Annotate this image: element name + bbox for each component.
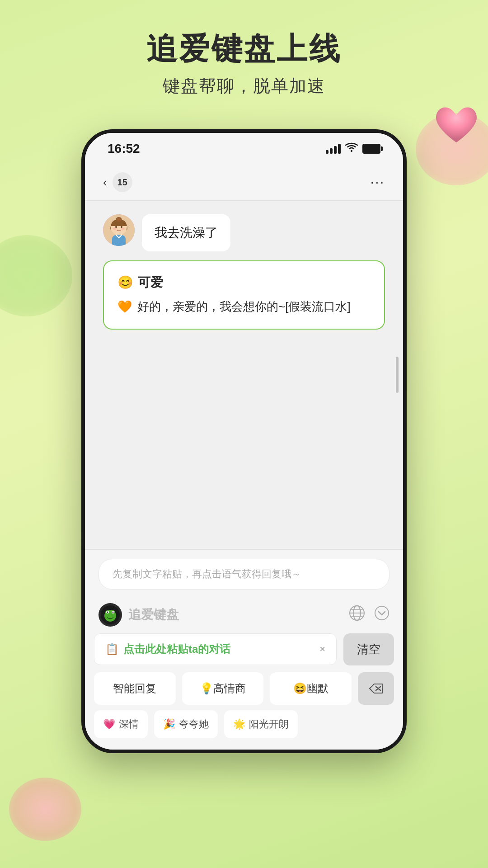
chevron-down-icon[interactable] bbox=[374, 605, 389, 624]
tag-deep-love-label: 深情 bbox=[119, 717, 139, 731]
high-eq-button[interactable]: 💡高情商 bbox=[182, 672, 264, 705]
paste-icon: 📋 bbox=[105, 643, 119, 656]
ai-card-tag: 😊 可爱 bbox=[117, 274, 371, 291]
status-icons bbox=[326, 142, 380, 155]
brand-logo bbox=[99, 603, 122, 627]
svg-point-5 bbox=[115, 226, 117, 228]
scroll-indicator bbox=[396, 357, 399, 393]
sub-title: 键盘帮聊，脱单加速 bbox=[0, 75, 488, 98]
input-placeholder: 先复制文字粘贴，再点击语气获得回复哦～ bbox=[113, 568, 301, 580]
paste-label: 点击此处粘贴ta的对话 bbox=[123, 642, 230, 656]
notification-badge: 15 bbox=[113, 172, 132, 192]
tag-sunshine-label: 阳光开朗 bbox=[249, 717, 289, 731]
ai-content-icon: 🧡 bbox=[117, 297, 132, 316]
chat-area: 我去洗澡了 😊 可爱 🧡 好的，亲爱的，我会想你的~[假装流口水] bbox=[85, 201, 403, 549]
tag-compliment-icon: 🎉 bbox=[163, 718, 175, 730]
brand-right bbox=[349, 605, 389, 625]
tag-deep-love-icon: 💗 bbox=[103, 718, 115, 730]
brand-left: 追爱键盘 bbox=[99, 603, 179, 627]
heart-decoration bbox=[432, 104, 481, 151]
battery-icon bbox=[362, 144, 380, 154]
ai-tag-emoji: 😊 bbox=[117, 275, 133, 290]
ai-suggestion-card[interactable]: 😊 可爱 🧡 好的，亲爱的，我会想你的~[假装流口水] bbox=[103, 260, 385, 330]
function-buttons-row: 智能回复 💡高情商 😆幽默 bbox=[94, 672, 394, 705]
input-area: 先复制文字粘贴，再点击语气获得回复哦～ bbox=[85, 549, 403, 596]
bg-blob-bottom-left bbox=[9, 778, 81, 841]
main-title: 追爱键盘上线 bbox=[0, 32, 488, 66]
phone-mockup: 16:52 bbox=[81, 129, 407, 753]
paste-bar: 📋 点击此处粘贴ta的对话 × 清空 bbox=[94, 633, 394, 665]
svg-point-15 bbox=[107, 611, 108, 613]
svg-point-4 bbox=[117, 218, 121, 222]
wifi-icon bbox=[345, 142, 358, 155]
clear-button[interactable]: 清空 bbox=[343, 633, 394, 665]
ai-card-content: 🧡 好的，亲爱的，我会想你的~[假装流口水] bbox=[117, 297, 371, 316]
page-header: 追爱键盘上线 键盘帮聊，脱单加速 bbox=[0, 0, 488, 111]
chat-header: ‹ 15 ··· bbox=[85, 165, 403, 201]
paste-text: 📋 点击此处粘贴ta的对话 bbox=[105, 642, 230, 656]
tag-deep-love[interactable]: 💗 深情 bbox=[94, 710, 148, 738]
tag-compliment-label: 夸夸她 bbox=[179, 717, 209, 731]
received-message: 我去洗澡了 bbox=[103, 214, 385, 251]
signal-icon bbox=[326, 144, 341, 154]
ai-tag-label: 可爱 bbox=[138, 274, 163, 291]
keyboard-area: 追爱键盘 bbox=[85, 596, 403, 750]
more-button[interactable]: ··· bbox=[371, 175, 385, 189]
svg-point-0 bbox=[351, 150, 352, 152]
status-bar: 16:52 bbox=[85, 133, 403, 165]
avatar bbox=[103, 214, 135, 246]
brand-name: 追爱键盘 bbox=[128, 606, 179, 623]
svg-point-8 bbox=[121, 227, 125, 230]
phone-container: 16:52 bbox=[0, 129, 488, 753]
phone-inner: 16:52 bbox=[85, 133, 403, 750]
tag-sunshine[interactable]: 🌟 阳光开朗 bbox=[224, 710, 298, 738]
globe-icon[interactable] bbox=[349, 605, 365, 625]
svg-point-6 bbox=[121, 226, 122, 228]
message-bubble: 我去洗澡了 bbox=[142, 214, 230, 251]
keyboard-brand-row: 追爱键盘 bbox=[94, 603, 394, 627]
svg-point-16 bbox=[113, 611, 114, 613]
delete-button[interactable] bbox=[358, 672, 394, 705]
svg-point-7 bbox=[113, 227, 117, 230]
status-time: 16:52 bbox=[108, 142, 140, 156]
text-input[interactable]: 先复制文字粘贴，再点击语气获得回复哦～ bbox=[99, 559, 389, 590]
paste-field[interactable]: 📋 点击此处粘贴ta的对话 × bbox=[94, 633, 337, 665]
smart-reply-button[interactable]: 智能回复 bbox=[94, 672, 176, 705]
svg-point-22 bbox=[375, 606, 389, 620]
back-button[interactable]: ‹ 15 bbox=[103, 172, 132, 192]
tag-row: 💗 深情 🎉 夸夸她 🌟 阳光开朗 bbox=[94, 710, 394, 743]
ai-reply-text: 好的，亲爱的，我会想你的~[假装流口水] bbox=[137, 297, 351, 316]
tag-sunshine-icon: 🌟 bbox=[233, 718, 245, 730]
humor-button[interactable]: 😆幽默 bbox=[270, 672, 352, 705]
tag-compliment[interactable]: 🎉 夸夸她 bbox=[154, 710, 218, 738]
back-arrow-icon: ‹ bbox=[103, 175, 107, 189]
paste-close-icon[interactable]: × bbox=[319, 643, 325, 655]
